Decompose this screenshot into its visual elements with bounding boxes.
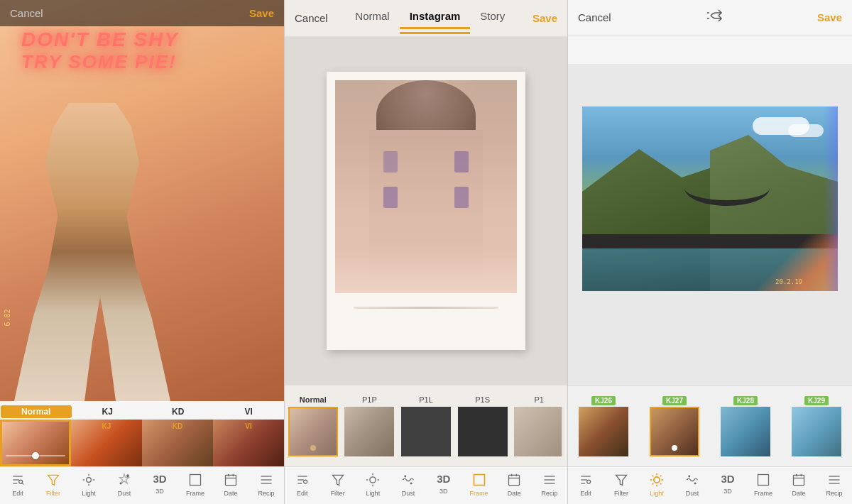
p2-filter-p1[interactable]: P1	[510, 391, 567, 461]
svg-rect-57	[758, 475, 769, 486]
panel3-save-button[interactable]: Save	[817, 11, 842, 23]
filter-name-kj[interactable]: KJ	[72, 405, 143, 418]
svg-point-55	[689, 476, 690, 477]
p2-tool-date[interactable]: Date	[497, 473, 532, 497]
panel3-topbar: Cancel Save	[568, 0, 852, 35]
p2-filter-p1l-label: P1L	[419, 395, 433, 404]
p2-tool-light[interactable]: Light	[356, 473, 391, 497]
filter-name-row: Normal KJ KD VI	[0, 401, 284, 420]
p3-filter-kj27[interactable]: KJ27	[639, 392, 710, 461]
tool-light-label: Light	[82, 490, 96, 497]
p3-tool-3d-label: 3D	[723, 488, 732, 495]
p2-filter-p1p-label: P1P	[362, 395, 377, 404]
svg-point-32	[410, 483, 412, 484]
svg-rect-14	[226, 475, 236, 485]
p3-tool-recip-label: Recip	[826, 490, 842, 497]
p3-tool-light[interactable]: Light	[639, 473, 674, 497]
svg-rect-13	[190, 475, 201, 486]
p3-filter-kj28-label: KJ28	[733, 396, 758, 405]
p3-tool-recip[interactable]: Recip	[816, 473, 852, 497]
p3-tool-dust[interactable]: Dust	[674, 473, 710, 497]
panel1-save-button[interactable]: Save	[249, 7, 274, 19]
p3-thumb-kj28[interactable]	[721, 407, 770, 456]
svg-point-56	[694, 483, 696, 484]
p3-tool-3d[interactable]: 3D 3D	[710, 473, 746, 497]
panel3-top-space	[568, 35, 852, 64]
p3-filter-kj26[interactable]: KJ26	[568, 392, 639, 461]
pink-overlay	[335, 80, 517, 293]
p2-thumb-p1l[interactable]	[401, 407, 451, 456]
filter-name-vi[interactable]: VI	[214, 405, 285, 418]
p2-filter-normal[interactable]: Normal	[285, 391, 342, 461]
panel2-save-button[interactable]: Save	[532, 12, 557, 24]
bridge-arch	[684, 170, 770, 206]
filter-thumb-normal[interactable]	[0, 420, 71, 466]
filter-name-kd[interactable]: KD	[143, 405, 214, 418]
tab-instagram[interactable]: Instagram	[400, 7, 471, 29]
filter-thumb-vi[interactable]: VI	[213, 420, 284, 466]
p2-filter-p1p[interactable]: P1P	[342, 391, 398, 461]
p3-tool-filter-label: Filter	[614, 490, 628, 497]
svg-rect-58	[794, 475, 804, 485]
filter-name-normal[interactable]: Normal	[1, 405, 72, 418]
p3-tool-filter[interactable]: Filter	[604, 473, 639, 497]
tool-date[interactable]: Date	[213, 473, 248, 497]
date-stamp-3: 20.2.19	[775, 278, 802, 285]
p2-filter-p1l[interactable]: P1L	[398, 391, 454, 461]
panel2-toolbar: Edit Filter Light Dust 3D 3D Frame Date	[285, 466, 567, 504]
panel3-toolbar: Edit Filter Light Dust 3D 3D Frame Date	[568, 466, 852, 504]
tab-group: Normal Instagram Story	[345, 7, 515, 29]
p2-filter-p1s[interactable]: P1S	[454, 391, 511, 461]
p3-tool-frame[interactable]: Frame	[746, 473, 781, 497]
panel1-toolbar: Edit Filter Light Dust 3D 3D Frame Date	[0, 466, 284, 504]
tool-dust[interactable]: Dust	[106, 473, 142, 497]
svg-point-3	[19, 480, 23, 483]
p2-tool-recip[interactable]: Recip	[532, 473, 567, 497]
svg-line-52	[660, 483, 662, 485]
polaroid-bottom	[335, 293, 517, 322]
shuffle-icon[interactable]	[706, 7, 723, 28]
p2-tool-filter[interactable]: Filter	[320, 473, 356, 497]
p2-thumb-p1[interactable]	[514, 407, 564, 456]
tool-edit[interactable]: Edit	[0, 473, 36, 497]
p3-tool-edit-label: Edit	[580, 490, 591, 497]
p2-tool-3d[interactable]: 3D 3D	[426, 473, 462, 497]
svg-rect-33	[474, 475, 484, 486]
p2-tool-frame-label: Frame	[470, 490, 488, 497]
tab-normal[interactable]: Normal	[345, 7, 399, 29]
p2-tool-frame[interactable]: Frame	[462, 473, 497, 497]
p3-thumb-kj27[interactable]	[650, 407, 699, 456]
p2-tool-dust[interactable]: Dust	[390, 473, 426, 497]
p3-tool-date[interactable]: Date	[781, 473, 816, 497]
p3-tool-edit[interactable]: Edit	[568, 473, 604, 497]
filter-thumb-kj[interactable]: KJ	[71, 420, 142, 466]
svg-point-6	[87, 478, 92, 483]
tool-recip[interactable]: Recip	[248, 473, 284, 497]
filter-thumb-kd[interactable]: KD	[142, 420, 213, 466]
panel2-cancel-button[interactable]: Cancel	[295, 12, 328, 24]
p3-tool-date-label: Date	[792, 490, 805, 497]
tool-frame-label: Frame	[186, 490, 204, 497]
p2-thumb-p1s[interactable]	[458, 407, 508, 456]
svg-marker-45	[616, 475, 627, 485]
p2-thumb-normal[interactable]	[288, 407, 338, 456]
p3-filter-kj29[interactable]: KJ29	[781, 392, 852, 461]
panel1-cancel-button[interactable]: Cancel	[10, 7, 43, 19]
tool-3d[interactable]: 3D 3D	[142, 473, 178, 497]
panel-middle: Cancel Normal Instagram Story Save	[284, 0, 568, 504]
tool-frame[interactable]: Frame	[178, 473, 213, 497]
tab-story[interactable]: Story	[470, 7, 515, 29]
panel2-topbar: Cancel Normal Instagram Story Save	[285, 0, 567, 37]
p2-thumb-p1p[interactable]	[344, 407, 394, 456]
p3-thumb-kj26[interactable]	[579, 407, 628, 456]
tool-filter[interactable]: Filter	[36, 473, 71, 497]
p2-tool-edit[interactable]: Edit	[285, 473, 320, 497]
panel3-cancel-button[interactable]: Cancel	[578, 11, 611, 23]
p3-filter-kj28[interactable]: KJ28	[710, 392, 781, 461]
tool-light[interactable]: Light	[71, 473, 106, 497]
p2-tool-light-label: Light	[366, 490, 381, 497]
p3-thumb-kj29[interactable]	[792, 407, 841, 456]
landscape-photo: 20.2.19	[582, 106, 838, 291]
tool-dust-label: Dust	[118, 490, 131, 497]
panel2-filter-strip: Normal P1P P1L P1S P1	[285, 385, 567, 466]
